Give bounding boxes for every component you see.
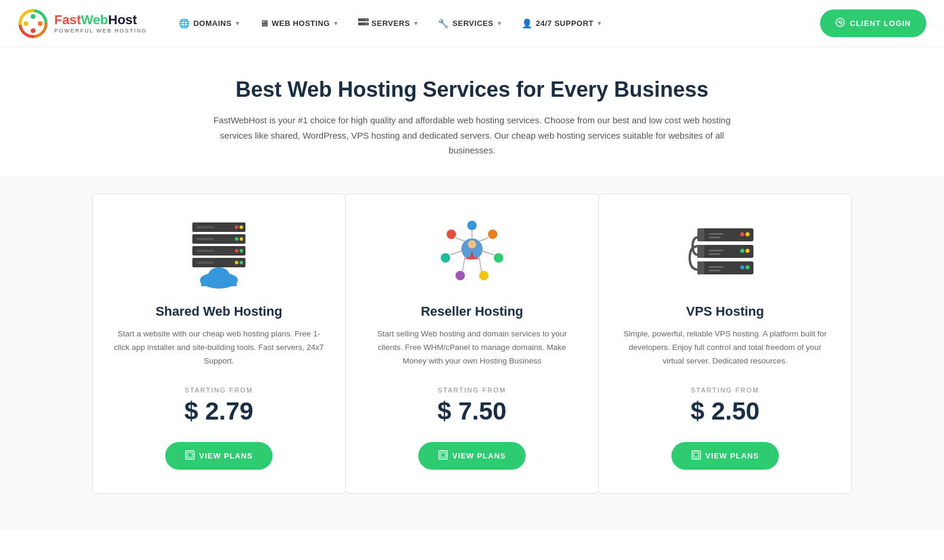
shared-price: $ 2.79 xyxy=(185,397,254,425)
svg-rect-69 xyxy=(692,451,700,459)
client-login-button[interactable]: CLIENT LOGIN xyxy=(820,9,926,37)
shared-view-plans-button[interactable]: VIEW PLANS xyxy=(165,442,273,470)
svg-point-2 xyxy=(38,21,42,26)
globe-icon: 🌐 xyxy=(179,18,191,29)
nav-item-web-hosting[interactable]: 🖥 WEB HOSTING ▼ xyxy=(251,14,348,33)
svg-point-7 xyxy=(366,19,367,21)
svg-point-34 xyxy=(468,240,476,248)
vps-title: VPS Hosting xyxy=(686,304,764,319)
fingerprint-icon xyxy=(835,18,845,29)
chevron-services: ▼ xyxy=(496,20,502,27)
svg-rect-24 xyxy=(196,250,214,252)
svg-point-63 xyxy=(740,232,745,237)
svg-point-35 xyxy=(467,221,477,230)
svg-point-37 xyxy=(494,253,503,263)
svg-point-16 xyxy=(235,237,238,241)
shared-icon-area xyxy=(178,215,260,292)
reseller-view-plans-button[interactable]: VIEW PLANS xyxy=(418,442,526,470)
logo-fast: Fast xyxy=(54,12,81,27)
reseller-price: $ 7.50 xyxy=(438,397,507,425)
svg-point-36 xyxy=(488,230,497,239)
svg-point-3 xyxy=(31,28,35,33)
svg-rect-57 xyxy=(709,233,723,235)
svg-point-39 xyxy=(455,271,465,280)
card-vps: VPS Hosting Simple, powerful, reliable V… xyxy=(598,194,852,494)
nav-menu: 🌐 DOMAINS ▼ 🖥 WEB HOSTING ▼ SERVERS ▼ 🔧 xyxy=(171,14,820,34)
svg-rect-54 xyxy=(697,228,704,241)
vps-description: Simple, powerful, reliable VPS hosting. … xyxy=(620,328,830,374)
svg-rect-25 xyxy=(196,261,214,264)
svg-rect-5 xyxy=(358,18,369,21)
svg-point-1 xyxy=(31,14,35,19)
svg-rect-50 xyxy=(441,453,445,457)
svg-point-4 xyxy=(24,21,28,26)
shared-starting-from: STARTING FROM xyxy=(185,387,253,394)
svg-rect-30 xyxy=(201,280,237,286)
vps-hosting-icon xyxy=(681,217,769,290)
svg-point-19 xyxy=(240,249,243,253)
nav-label-servers: SERVERS xyxy=(372,19,410,28)
vps-icon-area xyxy=(681,215,769,292)
vps-view-plans-button[interactable]: VIEW PLANS xyxy=(671,442,779,470)
plans-icon-shared xyxy=(185,450,195,461)
client-login-label: CLIENT LOGIN xyxy=(850,19,911,28)
card-reseller: Reseller Hosting Start selling Web hosti… xyxy=(345,194,599,494)
card-shared: Shared Web Hosting Start a website with … xyxy=(92,194,346,494)
monitor-icon: 🖥 xyxy=(260,18,269,28)
nav-label-services: SERVICES xyxy=(453,19,494,28)
chevron-domains: ▼ xyxy=(235,20,241,27)
reseller-hosting-icon xyxy=(431,217,513,290)
svg-rect-55 xyxy=(697,245,704,258)
svg-point-8 xyxy=(366,24,367,25)
svg-point-14 xyxy=(235,225,238,229)
logo[interactable]: FastWebHost POWERFUL WEB HOSTING xyxy=(18,8,147,39)
shared-hosting-icon xyxy=(178,217,260,290)
svg-rect-60 xyxy=(709,253,720,255)
svg-line-48 xyxy=(455,238,465,241)
plans-icon-reseller xyxy=(438,450,448,461)
vps-starting-from: STARTING FROM xyxy=(691,387,759,394)
chevron-web-hosting: ▼ xyxy=(333,20,339,27)
svg-point-68 xyxy=(746,266,750,270)
svg-rect-62 xyxy=(709,270,720,271)
vps-btn-label: VIEW PLANS xyxy=(706,451,759,460)
svg-point-21 xyxy=(240,261,243,264)
hero-title: Best Web Hosting Services for Every Busi… xyxy=(24,77,920,102)
hero-section: Best Web Hosting Services for Every Busi… xyxy=(0,47,944,176)
nav-label-web-hosting: WEB HOSTING xyxy=(271,19,330,28)
logo-subtitle: POWERFUL WEB HOSTING xyxy=(54,28,147,34)
navbar: FastWebHost POWERFUL WEB HOSTING 🌐 DOMAI… xyxy=(0,0,944,47)
svg-point-64 xyxy=(746,232,750,237)
nav-item-domains[interactable]: 🌐 DOMAINS ▼ xyxy=(171,14,249,34)
svg-point-40 xyxy=(441,253,450,263)
svg-rect-61 xyxy=(709,266,723,268)
svg-point-67 xyxy=(740,266,745,270)
logo-icon xyxy=(18,8,48,39)
svg-line-43 xyxy=(479,238,489,241)
svg-rect-6 xyxy=(358,22,369,25)
svg-rect-31 xyxy=(186,451,194,459)
server-nav-icon xyxy=(358,18,369,28)
svg-rect-59 xyxy=(709,250,723,251)
svg-line-46 xyxy=(463,257,465,271)
nav-label-support: 24/7 SUPPORT xyxy=(536,19,594,28)
nav-item-servers[interactable]: SERVERS ▼ xyxy=(350,14,428,33)
svg-point-65 xyxy=(740,249,745,253)
svg-rect-23 xyxy=(196,238,214,240)
plans-icon-vps xyxy=(691,450,701,461)
hero-description: FastWebHost is your #1 choice for high q… xyxy=(206,113,738,158)
nav-item-services[interactable]: 🔧 SERVICES ▼ xyxy=(430,14,510,34)
wrench-icon: 🔧 xyxy=(438,18,450,29)
chevron-support: ▼ xyxy=(596,20,602,27)
nav-label-domains: DOMAINS xyxy=(194,19,232,28)
svg-point-38 xyxy=(479,271,489,280)
nav-item-support[interactable]: 👤 24/7 SUPPORT ▼ xyxy=(513,14,611,34)
logo-web: Web xyxy=(81,12,108,27)
svg-point-17 xyxy=(240,237,243,241)
shared-title: Shared Web Hosting xyxy=(156,304,283,319)
vps-price: $ 2.50 xyxy=(691,397,760,425)
svg-rect-22 xyxy=(196,226,214,228)
svg-rect-58 xyxy=(709,237,720,238)
svg-rect-52 xyxy=(697,245,753,258)
svg-point-41 xyxy=(447,230,456,239)
